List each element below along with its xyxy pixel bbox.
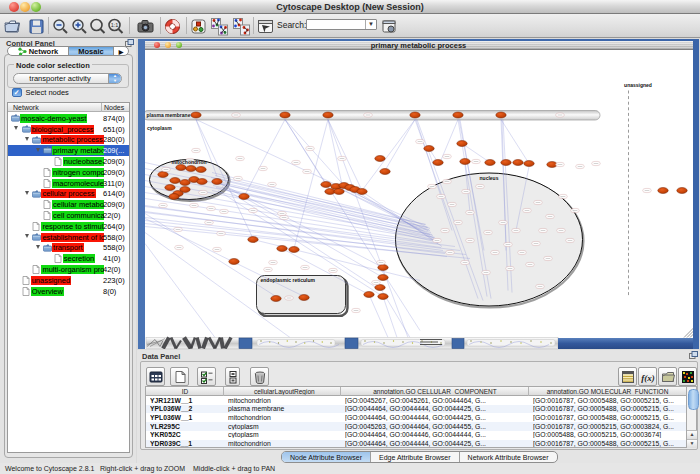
expander-icon[interactable] <box>25 191 29 195</box>
network-node[interactable] <box>238 193 248 199</box>
control-panel-float-icon[interactable] <box>125 39 133 46</box>
network-node[interactable] <box>322 112 332 118</box>
zoom-out-icon[interactable] <box>51 17 70 36</box>
network-node[interactable] <box>276 245 286 251</box>
tab-network-attribute-browser[interactable]: Network Attribute Browser <box>459 452 557 462</box>
network-node[interactable] <box>500 159 510 165</box>
tree-row[interactable]: transport558(0) <box>8 243 129 254</box>
formula-icon[interactable]: f(x) <box>638 367 657 386</box>
delete-attribute-trash-icon[interactable] <box>250 367 269 386</box>
tree-row[interactable]: cellular metabo209(0) <box>8 199 129 210</box>
network-canvas[interactable]: plasma membranecytoplasmmitochondrionnuc… <box>145 50 693 349</box>
import-folder-icon[interactable] <box>658 367 677 386</box>
combobox-stepper-icon[interactable]: ▲▼ <box>108 74 121 83</box>
network-node[interactable] <box>452 112 462 118</box>
tree-row[interactable]: mosaic-demo-yeast874(0) <box>8 113 129 124</box>
expander-icon[interactable] <box>36 148 40 152</box>
network-node[interactable] <box>157 171 167 177</box>
tree-row[interactable]: metabolic process280(0) <box>8 135 129 146</box>
network-node[interactable] <box>247 236 257 242</box>
network-node[interactable] <box>333 188 343 194</box>
network-node[interactable] <box>228 258 238 264</box>
network-node[interactable] <box>676 187 686 193</box>
select-nodes-checkbox[interactable]: ✓ <box>12 88 22 98</box>
network-node[interactable] <box>657 187 667 193</box>
save-icon[interactable] <box>27 17 46 36</box>
zoom-selected-icon[interactable] <box>88 17 107 36</box>
tab-edge-attribute-browser[interactable]: Edge Attribute Browser <box>370 452 459 462</box>
annotation-tool-icon[interactable] <box>256 17 275 36</box>
network-node[interactable] <box>179 179 189 185</box>
tree-row[interactable]: establishment of lo558(0) <box>8 232 129 243</box>
network-difference-icon[interactable] <box>232 17 251 36</box>
zoom-in-icon[interactable] <box>70 17 89 36</box>
network-node[interactable] <box>298 294 308 300</box>
table-column-header[interactable]: ID <box>146 388 224 395</box>
network-node[interactable] <box>432 159 442 165</box>
zoom-actual-size-icon[interactable]: 1:1 <box>106 17 125 36</box>
network-node[interactable] <box>379 168 389 174</box>
table-column-header[interactable]: annotation.GO MOLECULAR_FUNCTION <box>529 388 686 395</box>
expander-icon[interactable] <box>25 137 29 141</box>
heatmap-icon[interactable] <box>678 367 697 386</box>
new-attribute-icon[interactable] <box>170 367 189 386</box>
network-node[interactable] <box>374 284 384 290</box>
network-node[interactable] <box>196 178 206 184</box>
tree-row[interactable]: multi-organism pro42(0) <box>8 264 129 275</box>
network-node[interactable] <box>168 193 178 199</box>
search-input[interactable]: ▼ <box>306 19 377 30</box>
expander-icon[interactable] <box>14 126 18 130</box>
table-row[interactable]: YDR039C__1mitochondrion[GO:0044464, GO:0… <box>146 440 686 449</box>
select-attributes-icon[interactable] <box>146 367 165 386</box>
table-column-header[interactable]: annotation.GO CELLULAR_COMPONENT <box>341 388 529 395</box>
tab-network[interactable]: Network <box>8 47 68 55</box>
network-node[interactable] <box>356 188 366 194</box>
network-node[interactable] <box>164 184 174 190</box>
vizmapper-icon[interactable] <box>189 17 208 36</box>
network-node[interactable] <box>374 155 384 161</box>
search-dropdown-arrow[interactable]: ▼ <box>365 20 376 29</box>
attribute-checklist-icon[interactable] <box>197 367 216 386</box>
table-row[interactable]: YKR052Ccytoplasm[GO:0044464, GO:0044446,… <box>146 431 686 440</box>
network-node[interactable] <box>211 178 221 184</box>
tree-row[interactable]: biological_process651(0) <box>8 124 129 135</box>
network-node[interactable] <box>484 159 494 165</box>
table-column-header[interactable]: _cellularLayoutRegion <box>224 388 341 395</box>
tree-row[interactable]: Overview8(0) <box>8 286 129 297</box>
help-lifesaver-icon[interactable] <box>163 17 182 36</box>
network-node[interactable] <box>363 291 373 297</box>
network-node[interactable] <box>459 158 469 164</box>
network-merge-icon[interactable] <box>210 17 229 36</box>
expander-icon[interactable] <box>36 245 40 249</box>
network-node[interactable] <box>279 112 289 118</box>
tree-row[interactable]: nitrogen compo209(0) <box>8 167 129 178</box>
expander-icon[interactable] <box>25 234 29 238</box>
network-node[interactable] <box>175 164 185 170</box>
attribute-list-icon[interactable] <box>618 367 637 386</box>
tree-row[interactable]: secretion41(0) <box>8 253 129 264</box>
tree-row[interactable]: cell communicat22(0) <box>8 210 129 221</box>
network-node[interactable] <box>512 159 522 165</box>
open-file-icon[interactable] <box>3 17 22 36</box>
network-node[interactable] <box>169 177 179 183</box>
scrollbar-thumb[interactable] <box>688 389 699 410</box>
tab-overflow-arrow[interactable]: ▶ <box>114 47 128 55</box>
table-row[interactable]: YJR121W__1mitochondrion[GO:0045267, GO:0… <box>146 396 686 405</box>
network-node[interactable] <box>409 112 419 118</box>
tree-row[interactable]: unassigned223(0) <box>8 275 129 286</box>
network-node[interactable] <box>190 112 200 118</box>
tree-row[interactable]: macromolecule311(0) <box>8 178 129 189</box>
network-node[interactable] <box>270 295 280 301</box>
tab-mosaic[interactable]: Mosaic <box>68 47 114 55</box>
network-node[interactable] <box>523 160 533 166</box>
network-node[interactable] <box>185 165 195 171</box>
network-node[interactable] <box>377 264 387 270</box>
network-node[interactable] <box>423 145 433 151</box>
snapshot-camera-icon[interactable] <box>136 17 155 36</box>
table-row[interactable]: YLR295Ccytoplasm[GO:0045263, GO:0044464,… <box>146 422 686 431</box>
tree-row[interactable]: cellular process614(0) <box>8 189 129 200</box>
network-node[interactable] <box>320 181 330 187</box>
network-node[interactable] <box>195 166 205 172</box>
tree-row[interactable]: nucleobase-209(0) <box>8 156 129 167</box>
tree-row[interactable]: primary metabo209(... <box>8 145 129 156</box>
